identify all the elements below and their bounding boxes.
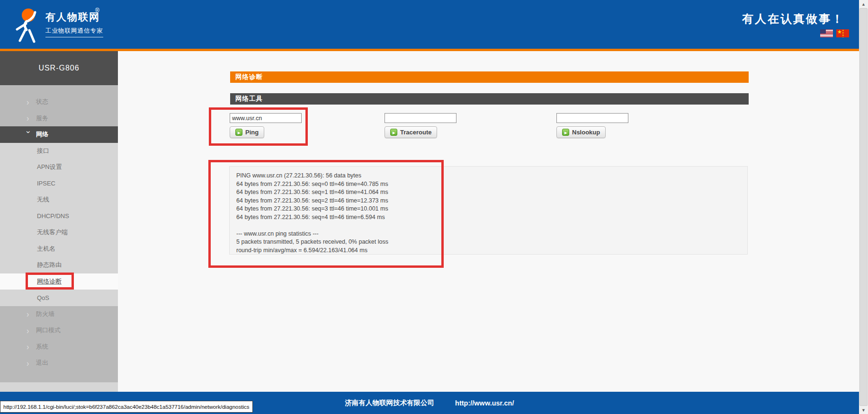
sidebar-item-qos[interactable]: QoS xyxy=(0,290,118,306)
chevron-right-icon: › xyxy=(27,115,36,122)
sidebar-item-static-route[interactable]: 静态路由 xyxy=(0,257,118,273)
chevron-down-icon: › xyxy=(26,131,32,138)
cn-flag-icon[interactable]: ★★ ★★ ★ xyxy=(836,29,849,37)
sidebar-item-hostname[interactable]: 主机名 xyxy=(0,241,118,257)
ping-output-line xyxy=(236,221,741,230)
sidebar-item-label: 网络 xyxy=(36,130,48,139)
chevron-right-icon: › xyxy=(27,360,36,367)
sidebar-item-interfaces[interactable]: 接口 xyxy=(0,143,118,159)
sidebar-item-label: 接口 xyxy=(37,147,49,155)
main-content: 网络诊断 网络工具 PingTracerouteNslookup PING ww… xyxy=(118,51,859,392)
page-title: 网络诊断 xyxy=(230,71,749,83)
sidebar-item-label: 服务 xyxy=(36,114,48,123)
sidebar-item-label: 防火墙 xyxy=(36,310,54,318)
header-slogan: 有人在认真做事！ xyxy=(742,11,844,26)
us-flag-icon[interactable] xyxy=(820,29,833,37)
sidebar-item-label: 无线 xyxy=(37,195,49,204)
sidebar-item-ipsec[interactable]: IPSEC xyxy=(0,176,118,192)
sidebar-item-label: DHCP/DNS xyxy=(37,212,69,220)
sidebar-item-status[interactable]: ›状态 xyxy=(0,94,118,110)
sidebar-item-label: QoS xyxy=(37,294,49,301)
chevron-right-icon: › xyxy=(27,327,36,334)
ping-output-line: PING www.usr.cn (27.221.30.56): 56 data … xyxy=(236,172,741,180)
ping-output-line: 64 bytes from 27.221.30.56: seq=1 ttl=46… xyxy=(236,188,741,197)
sidebar-item-wireless[interactable]: 无线 xyxy=(0,192,118,208)
traceroute-tool: Traceroute xyxy=(385,113,456,138)
ping-output-line: 64 bytes from 27.221.30.56: seq=3 ttl=46… xyxy=(236,205,741,213)
sidebar-item-label: 主机名 xyxy=(37,245,55,253)
run-action-icon xyxy=(390,129,397,136)
footer-company: 济南有人物联网技术有限公司 xyxy=(345,398,435,407)
sidebar-bottom-strip xyxy=(0,382,118,392)
ping-output-line: 64 bytes from 27.221.30.56: seq=0 ttl=46… xyxy=(236,180,741,189)
scroll-down-icon[interactable]: ▼ xyxy=(859,406,868,414)
ping-host-input[interactable] xyxy=(230,113,302,123)
traceroute-button[interactable]: Traceroute xyxy=(385,126,437,138)
sidebar-item-label: 网络诊断 xyxy=(37,277,62,286)
run-action-icon xyxy=(235,129,242,136)
sidebar-item-wifi-client[interactable]: 无线客户端 xyxy=(0,224,118,241)
sidebar-item-system[interactable]: ›系统 xyxy=(0,339,118,355)
nslookup-tool: Nslookup xyxy=(556,113,628,138)
brand-title: 有人物联网 xyxy=(45,10,100,24)
run-action-icon xyxy=(562,129,569,136)
section-title: 网络工具 xyxy=(230,93,749,105)
usr-logo-icon xyxy=(8,5,44,44)
scrollbar-thumb[interactable] xyxy=(859,8,868,406)
sidebar-item-label: 静态路由 xyxy=(37,261,62,269)
ping-output-line: --- www.usr.cn ping statistics --- xyxy=(236,230,741,238)
scroll-up-icon[interactable]: ▲ xyxy=(859,0,868,8)
network-tools: PingTracerouteNslookup xyxy=(230,113,748,156)
page-scrollbar[interactable]: ▲ ▼ xyxy=(859,0,868,414)
chevron-right-icon: › xyxy=(27,343,36,350)
sidebar-item-port-mode[interactable]: ›网口模式 xyxy=(0,322,118,339)
sidebar-item-label: 退出 xyxy=(36,359,48,367)
brand-subtitle: 工业物联网通信专家 xyxy=(45,27,103,37)
sidebar-item-network[interactable]: ›网络 xyxy=(0,126,118,143)
app-header: ® 有人物联网 工业物联网通信专家 有人在认真做事！ ★★ ★★ ★ xyxy=(0,0,868,49)
footer-website-link[interactable]: http://www.usr.cn/ xyxy=(455,399,514,407)
chevron-right-icon: › xyxy=(27,98,36,106)
sidebar-item-apn[interactable]: APN设置 xyxy=(0,159,118,176)
nslookup-button[interactable]: Nslookup xyxy=(556,126,606,138)
sidebar-item-dhcp-dns[interactable]: DHCP/DNS xyxy=(0,208,118,225)
sidebar-item-label: 状态 xyxy=(36,97,48,106)
sidebar-nav: ›状态›服务›网络接口APN设置IPSEC无线DHCP/DNS无线客户端主机名静… xyxy=(0,94,118,371)
nslookup-host-input[interactable] xyxy=(556,113,628,123)
sidebar-item-services[interactable]: ›服务 xyxy=(0,110,118,127)
traceroute-button-label: Traceroute xyxy=(400,129,431,136)
nslookup-button-label: Nslookup xyxy=(572,129,600,136)
ping-output-line: 64 bytes from 27.221.30.56: seq=4 ttl=46… xyxy=(236,213,741,222)
sidebar-item-label: 无线客户端 xyxy=(37,228,68,237)
sidebar-item-label: 系统 xyxy=(36,343,48,351)
ping-output-line: 64 bytes from 27.221.30.56: seq=2 ttl=46… xyxy=(236,197,741,205)
sidebar-item-label: IPSEC xyxy=(37,180,55,187)
browser-status-url: http://192.168.1.1/cgi-bin/luci/;stok=b6… xyxy=(0,401,253,413)
sidebar-item-firewall[interactable]: ›防火墙 xyxy=(0,306,118,323)
ping-button[interactable]: Ping xyxy=(230,126,264,138)
ping-output-box: PING www.usr.cn (27.221.30.56): 56 data … xyxy=(229,166,748,255)
ping-button-label: Ping xyxy=(245,129,259,136)
sidebar-item-label: APN设置 xyxy=(37,163,62,171)
ping-tool: Ping xyxy=(230,113,302,138)
traceroute-host-input[interactable] xyxy=(385,113,456,123)
ping-output-line: 5 packets transmitted, 5 packets receive… xyxy=(236,238,741,247)
sidebar-item-logout[interactable]: ›退出 xyxy=(0,355,118,371)
sidebar-item-label: 网口模式 xyxy=(36,326,61,335)
sidebar: USR-G806 ›状态›服务›网络接口APN设置IPSEC无线DHCP/DNS… xyxy=(0,51,118,392)
device-model: USR-G806 xyxy=(0,51,118,85)
chevron-right-icon: › xyxy=(27,310,36,317)
ping-output-line: round-trip min/avg/max = 6.594/22.163/41… xyxy=(236,247,741,255)
language-switcher: ★★ ★★ ★ xyxy=(820,29,849,37)
browser-viewport: ® 有人物联网 工业物联网通信专家 有人在认真做事！ ★★ ★★ ★ USR-G… xyxy=(0,0,868,414)
sidebar-item-diagnostics[interactable]: 网络诊断 xyxy=(0,273,118,290)
